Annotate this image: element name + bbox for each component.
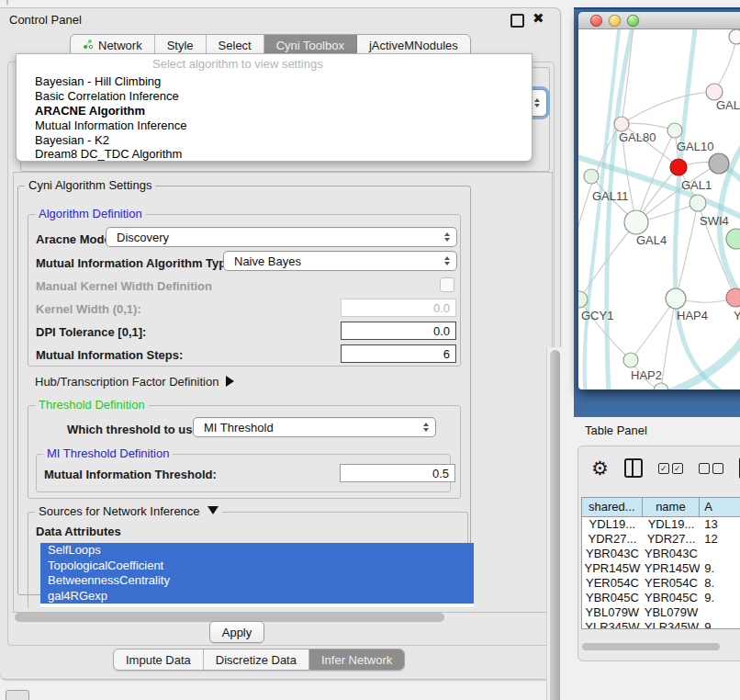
mi-threshold-field[interactable]: 0.5	[340, 464, 455, 482]
cell: YBR043C	[643, 547, 701, 561]
tab-impute-data[interactable]: Impute Data	[114, 649, 204, 670]
hub-definition-toggle[interactable]: Hub/Transcription Factor Definition	[35, 375, 234, 389]
network-node[interactable]	[667, 123, 682, 138]
cell: 9.	[700, 591, 740, 605]
network-node[interactable]	[709, 153, 729, 174]
kernel-width-field[interactable]: 0.0	[341, 299, 456, 317]
dpi-tolerance-field[interactable]: 0.0	[341, 322, 456, 340]
tab-label: jActiveMNodules	[369, 39, 458, 52]
tab-label: Discretize Data	[216, 653, 297, 667]
float-icon[interactable]	[510, 14, 524, 28]
collapse-down-icon[interactable]	[207, 506, 219, 514]
table-row[interactable]: YBR043CYBR043C	[582, 547, 740, 561]
network-nodes[interactable]	[578, 29, 740, 390]
network-node[interactable]	[578, 291, 588, 308]
network-node[interactable]	[624, 210, 648, 234]
network-node[interactable]	[726, 229, 740, 249]
data-attributes-list[interactable]: SelfLoops TopologicalCoefficient Between…	[40, 543, 474, 607]
table-row[interactable]: YLR345WYLR345W9.	[582, 620, 740, 629]
network-node[interactable]	[726, 288, 740, 307]
window-zoom-icon[interactable]	[627, 15, 639, 27]
aracne-mode-combobox[interactable]: Discovery	[106, 227, 457, 247]
sources-toggle[interactable]: Sources for Network Inference	[35, 504, 222, 518]
group-title: Algorithm Definition	[35, 207, 146, 220]
list-item[interactable]: gal4RGexp	[40, 589, 474, 604]
dropdown-item[interactable]: Bayesian - Hill Climbing	[19, 74, 529, 89]
table-row[interactable]: YDR27...YDR27...12	[582, 532, 740, 547]
cell: YLR345W	[643, 620, 701, 629]
combobox-value: MI Threshold	[204, 421, 274, 435]
network-window-titlebar[interactable]	[578, 12, 740, 29]
cell	[700, 605, 740, 620]
network-node[interactable]	[614, 117, 629, 131]
deselect-all-checks-icon[interactable]	[699, 463, 723, 474]
tab-label: Cyni Toolbox	[276, 39, 344, 52]
network-node[interactable]	[584, 169, 599, 184]
network-canvas[interactable]: GAL GAL80 GAL10 GAL1 GAL11 SWI4 GAL4 GCY…	[578, 29, 740, 390]
tab-infer-network[interactable]: Infer Network	[309, 649, 404, 670]
column-header[interactable]: A	[700, 498, 740, 516]
cell: YBL079W	[643, 605, 701, 620]
node-label: HAP4	[677, 309, 708, 322]
cell	[700, 547, 740, 561]
group-title: MI Threshold Definition	[43, 446, 173, 460]
which-threshold-label: Which threshold to use:	[67, 423, 203, 436]
mi-steps-field[interactable]: 6	[341, 344, 456, 363]
network-node[interactable]	[729, 29, 740, 44]
network-node[interactable]	[654, 383, 668, 390]
list-item[interactable]: BetweennessCentrality	[40, 573, 474, 589]
network-node[interactable]	[623, 353, 638, 367]
cell: YBR045C	[643, 591, 701, 605]
network-node[interactable]	[666, 288, 686, 309]
manual-kernel-checkbox[interactable]	[440, 277, 454, 292]
gear-icon[interactable]: ⚙	[591, 459, 609, 478]
table-row[interactable]: YDL19...YDL19...13	[582, 517, 740, 532]
control-panel-title: Control Panel	[9, 13, 82, 27]
network-node[interactable]	[690, 195, 706, 211]
window-close-icon[interactable]	[590, 15, 602, 27]
node-label: GAL	[716, 98, 740, 112]
list-item[interactable]: SelfLoops	[40, 543, 474, 559]
table-row[interactable]: YER054CYER054C8.	[582, 576, 740, 591]
tab-label: Impute Data	[126, 653, 191, 667]
cell: YBR045C	[582, 591, 643, 605]
scrollbar-thumb[interactable]	[550, 350, 560, 700]
columns-icon[interactable]	[624, 458, 643, 478]
column-header[interactable]: name	[643, 498, 700, 516]
dropdown-item-selected[interactable]: ARACNE Algorithm	[19, 104, 529, 119]
node-attribute-table: shared... name A YDL19...YDL19...13 YDR2…	[581, 497, 740, 629]
dropdown-item[interactable]: Mutual Information Inference	[19, 119, 529, 133]
expand-right-icon[interactable]	[226, 376, 234, 387]
column-header[interactable]: shared...	[582, 498, 643, 516]
table-horizontal-scrollbar[interactable]	[582, 643, 720, 650]
close-icon[interactable]: ✖	[533, 10, 544, 27]
which-threshold-combobox[interactable]: MI Threshold	[193, 417, 436, 437]
dropdown-item[interactable]: Dream8 DC_TDC Algorithm	[19, 147, 529, 162]
node-label: GCY1	[581, 309, 613, 322]
field-value: 0.5	[432, 467, 449, 480]
cell: 9.	[700, 561, 740, 576]
table-row[interactable]: YBL079WYBL079W	[582, 605, 740, 620]
mi-algorithm-type-combobox[interactable]: Naive Bayes	[223, 251, 457, 271]
network-window[interactable]: GAL GAL80 GAL10 GAL1 GAL11 SWI4 GAL4 GCY…	[578, 12, 740, 390]
apply-button[interactable]: Apply	[209, 621, 264, 643]
table-row[interactable]: YPR145WYPR145W9.	[582, 561, 740, 576]
algorithm-dropdown-popup: Select algorithm to view settings Bayesi…	[16, 53, 533, 162]
cell: YPR145W	[582, 561, 643, 576]
minimized-panel-button[interactable]	[6, 690, 29, 700]
window-minimize-icon[interactable]	[609, 15, 621, 27]
field-value: 0.0	[433, 301, 450, 315]
mi-type-label: Mutual Information Algorithm Type:	[36, 256, 237, 270]
table-row[interactable]: YBR045CYBR045C9.	[582, 591, 740, 605]
dropdown-item[interactable]: Basic Correlation Inference	[19, 89, 529, 104]
vertical-scrollbar[interactable]	[546, 347, 563, 700]
group-title: Cyni Algorithm Settings	[25, 178, 155, 192]
dropdown-item[interactable]: Bayesian - K2	[19, 133, 529, 148]
network-node-selected[interactable]	[670, 159, 687, 175]
combo-arrows-icon	[534, 98, 540, 107]
group-title: Threshold Definition	[35, 398, 149, 412]
select-all-checks-icon[interactable]: ✓✓	[658, 463, 683, 474]
tab-discretize-data[interactable]: Discretize Data	[204, 649, 309, 670]
node-label: HAP2	[631, 368, 662, 382]
list-item[interactable]: TopologicalCoefficient	[40, 559, 474, 574]
